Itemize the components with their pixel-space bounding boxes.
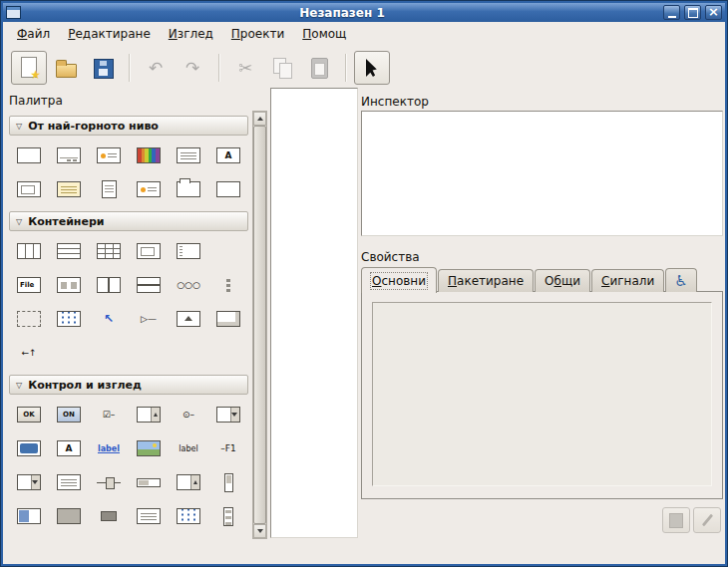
close-button[interactable] [705, 5, 722, 20]
palette-item-radio-button[interactable]: ⊙– [169, 398, 208, 431]
titlebar[interactable]: Незапазен 1 [3, 3, 725, 22]
palette-item-handle-box[interactable] [169, 234, 208, 268]
palette-item-vpaned[interactable] [129, 268, 169, 302]
palette-item-icon: ○○○ [177, 277, 200, 293]
toolbar-button-selector[interactable] [354, 51, 390, 85]
palette-item-image[interactable] [129, 431, 169, 465]
toolbar-button-save[interactable] [85, 51, 121, 85]
palette-item-gnome-about[interactable] [89, 172, 129, 206]
palette-item-scrolled-window[interactable] [208, 302, 248, 336]
palette-item-color-selection-dialog[interactable] [129, 139, 169, 172]
tab-accessibility[interactable]: ♿ [665, 268, 696, 292]
palette-item-accel-label[interactable]: –F1 [208, 431, 248, 465]
palette-item-text-entry[interactable] [9, 431, 49, 465]
palette-item-button[interactable]: OK [9, 398, 49, 431]
palette-item-icon [224, 473, 233, 492]
properties-title: Свойства [361, 250, 420, 264]
palette-item-label[interactable]: label [169, 431, 208, 465]
palette-item-gnome-message-box[interactable] [129, 172, 169, 206]
tab-common[interactable]: Общи [535, 269, 590, 292]
palette-item-toggle-button[interactable]: ON [49, 398, 89, 431]
menu-item-projects[interactable]: Проекти [222, 23, 293, 45]
palette-item-icon [216, 243, 240, 259]
palette-item-combo[interactable] [9, 465, 49, 499]
toolbar-button-undo[interactable]: ↶ [138, 51, 174, 85]
palette-item-check-button[interactable]: ☑– [89, 398, 129, 431]
tab-packing[interactable]: Пакетиране [438, 269, 534, 292]
palette-item-text-view[interactable] [49, 465, 89, 499]
scrollbar-down-button[interactable] [253, 524, 266, 538]
properties-tabs: Основни Пакетиране Общи Сигнали ♿ [361, 265, 697, 292]
tab-signals[interactable]: Сигнали [591, 269, 664, 292]
palette-item-fixed[interactable] [208, 234, 248, 268]
palette-item-gnome-druid[interactable] [208, 172, 248, 206]
palette-item-entry[interactable]: A [49, 431, 89, 465]
scrollbar-thumb[interactable] [253, 126, 266, 524]
palette-item-gnome-dialog[interactable] [49, 172, 89, 206]
properties-button-edit[interactable] [693, 507, 721, 533]
toolbar-button-copy[interactable] [264, 51, 300, 85]
scrollbar-up-button[interactable] [253, 112, 266, 126]
palette-item-statusbar[interactable] [49, 499, 89, 533]
palette-item-file-selection[interactable] [169, 139, 208, 172]
toolbar-button-redo[interactable]: ↷ [175, 51, 210, 85]
palette-item-icon: label [97, 440, 121, 456]
tab-general[interactable]: Основни [361, 267, 437, 293]
palette-item-frame[interactable] [129, 234, 169, 268]
palette-item-option-menu[interactable] [208, 398, 248, 431]
palette-item-viewport[interactable] [169, 302, 208, 336]
toolbar-button-cut[interactable]: ✂ [227, 51, 263, 85]
palette-item-input-dialog[interactable] [9, 172, 49, 206]
palette-item-vscrollbar[interactable] [208, 465, 248, 499]
palette-item-vseparator[interactable] [208, 499, 248, 533]
palette-item-hscrollbar[interactable] [129, 465, 169, 499]
properties-button-information[interactable] [662, 507, 690, 533]
palette-item-menu-bar[interactable]: File [9, 268, 49, 302]
inspector-view[interactable] [361, 111, 723, 236]
palette-item-message-dialog[interactable] [89, 139, 129, 172]
palette-section-header-toplevel[interactable]: ▽ От най-горното ниво [9, 116, 248, 136]
menu-item-help[interactable]: Помощ [293, 23, 355, 45]
palette-item-hbutton-box[interactable]: ○○○ [169, 268, 208, 302]
expander-icon: ▽ [16, 217, 22, 226]
toolbar-button-new[interactable] [11, 51, 47, 85]
palette-item-window[interactable] [9, 139, 49, 172]
palette-item-alignment[interactable]: ←↑ [9, 336, 49, 370]
palette-item-hbox[interactable] [9, 234, 49, 268]
palette-section-header-controls[interactable]: ▽ Контрол и изглед [9, 375, 248, 395]
palette-item-font-selection-dialog[interactable]: A [208, 139, 248, 172]
palette-item-icon [216, 181, 240, 197]
maximize-button[interactable] [684, 5, 701, 20]
palette-item-layout[interactable] [49, 302, 89, 336]
palette-item-vbox[interactable] [49, 234, 89, 268]
palette-item-table[interactable] [89, 234, 129, 268]
palette-item-arrow[interactable]: ▷— [129, 302, 169, 336]
palette-item-hpaned[interactable] [89, 268, 129, 302]
palette-item-href-link[interactable]: label [89, 431, 129, 465]
workspace[interactable] [270, 88, 358, 538]
palette-section-header-containers[interactable]: ▽ Контейнери [9, 211, 248, 231]
palette-item-progress-bar[interactable] [9, 499, 49, 533]
window-menu-icon[interactable] [6, 6, 21, 19]
palette-item-combo-box-entry[interactable] [129, 398, 169, 431]
palette-item-list[interactable] [129, 499, 169, 533]
palette-item-hseparator[interactable] [89, 499, 129, 533]
palette-item-toolbar[interactable] [49, 268, 89, 302]
menu-item-view[interactable]: Изглед [160, 23, 222, 45]
palette-item-spin-button[interactable] [169, 465, 208, 499]
palette-item-dialog[interactable] [49, 139, 89, 172]
menu-item-edit[interactable]: Редактиране [59, 23, 160, 45]
toolbar-button-open[interactable] [48, 51, 84, 85]
palette-item-icon-view[interactable] [169, 499, 208, 533]
palette-item-custom-widget[interactable]: ↖ [89, 302, 129, 336]
palette-item-gnome-property-box[interactable] [169, 172, 208, 206]
palette-scrollbar[interactable] [252, 111, 267, 539]
palette-item-vbutton-box[interactable] [208, 268, 248, 302]
minimize-button[interactable] [663, 5, 680, 20]
menu-item-file[interactable]: Файл [8, 23, 59, 45]
palette-item-icon [97, 277, 121, 293]
toolbar-icon: ↶ [144, 56, 168, 80]
palette-item-event-box[interactable] [9, 302, 49, 336]
toolbar-button-paste[interactable] [301, 51, 337, 85]
palette-item-hscale[interactable] [89, 465, 129, 499]
